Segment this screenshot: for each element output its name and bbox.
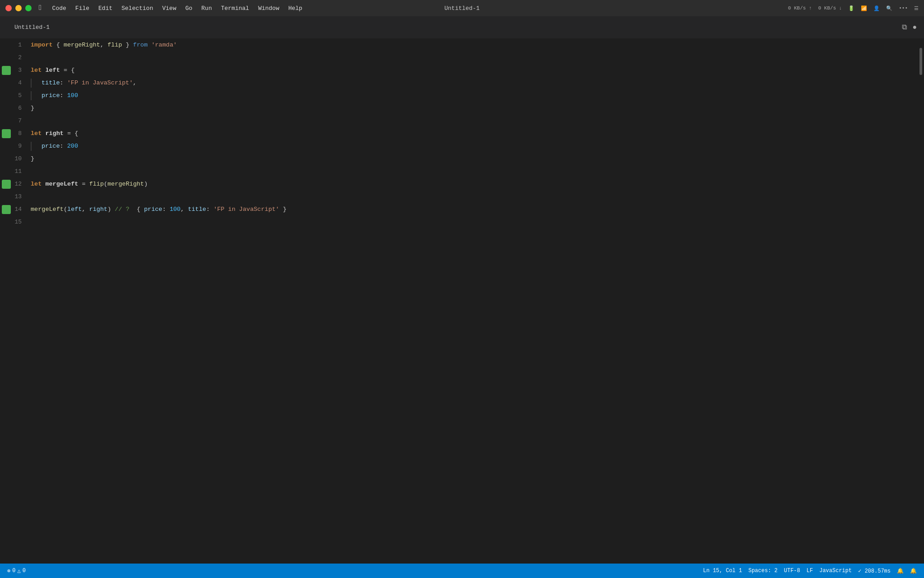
- status-icons: 0 KB/s ↑ 0 KB/s ↓ 🔋 📶 👤 🔍 ••• ☰: [788, 5, 919, 11]
- token-punc: [148, 39, 151, 51]
- token-id-bold-white: mergeLeft: [45, 178, 78, 191]
- gutter: 123456789101112131415: [0, 39, 27, 564]
- token-fn: mergeRight: [107, 178, 144, 191]
- gutter-row: 7: [0, 115, 27, 127]
- warning-icon: △: [17, 568, 20, 574]
- token-punc: ,: [82, 203, 89, 216]
- cursor-position[interactable]: Ln 15, Col 1: [703, 568, 742, 574]
- menu-help[interactable]: Help: [285, 3, 306, 14]
- token-str: 'FP in JavaScript': [213, 203, 279, 216]
- code-line: }: [27, 153, 918, 165]
- token-punc: {: [133, 203, 144, 216]
- token-punc: :: [60, 89, 67, 102]
- tabbar-right: ⧉ ●: [902, 23, 917, 32]
- line-number: 2: [11, 51, 24, 64]
- token-fn: mergeRight: [64, 39, 100, 51]
- token-punc: }: [31, 102, 34, 115]
- token-obj-key: price: [42, 89, 60, 102]
- network-up: 0 KB/s ↑: [788, 5, 812, 11]
- gutter-row: 6: [0, 102, 27, 115]
- code-line: [27, 51, 918, 64]
- token-kw: let: [31, 178, 42, 191]
- menu-code[interactable]: Code: [49, 3, 70, 14]
- token-punc: :: [60, 77, 67, 89]
- token-obj-key: title: [42, 77, 60, 89]
- gutter-row: 8: [0, 127, 27, 140]
- token-kw: import: [31, 39, 53, 51]
- menu-selection[interactable]: Selection: [118, 3, 157, 14]
- code-line: price: 200: [27, 140, 918, 153]
- gutter-row: 4: [0, 77, 27, 89]
- error-icon: ⊗: [7, 568, 10, 574]
- token-punc: [42, 64, 45, 77]
- menu-go[interactable]: Go: [182, 3, 196, 14]
- minimize-button[interactable]: [15, 5, 22, 11]
- split-editor-icon[interactable]: ⧉: [902, 23, 907, 32]
- token-punc: {: [53, 39, 64, 51]
- code-area[interactable]: import { mergeRight, flip } from 'ramda'…: [27, 39, 918, 564]
- close-button[interactable]: [5, 5, 12, 11]
- line-ending[interactable]: LF: [807, 568, 813, 574]
- line-number: 11: [11, 165, 24, 178]
- scrollbar-thumb[interactable]: [919, 48, 922, 75]
- encoding[interactable]: UTF-8: [784, 568, 800, 574]
- titlebar-left:  Code File Edit Selection View Go Run T…: [5, 3, 306, 14]
- token-obj-key: title: [188, 203, 206, 216]
- breakpoint-indicator[interactable]: [2, 180, 11, 189]
- token-comment: // ?: [115, 203, 133, 216]
- code-line: }: [27, 102, 918, 115]
- code-line: [27, 165, 918, 178]
- token-str: 'ramda': [151, 39, 177, 51]
- token-punc: }: [122, 39, 133, 51]
- language[interactable]: JavaScript: [819, 568, 852, 574]
- scrollbar[interactable]: [918, 39, 924, 564]
- menu-bar:  Code File Edit Selection View Go Run T…: [39, 3, 306, 14]
- token-obj-key: price: [144, 203, 162, 216]
- gutter-row: 15: [0, 216, 27, 228]
- traffic-lights: [5, 5, 32, 11]
- menu-terminal[interactable]: Terminal: [217, 3, 253, 14]
- line-number: 7: [11, 115, 24, 127]
- indent-guide: [31, 79, 32, 88]
- line-number: 13: [11, 191, 24, 203]
- tab-untitled[interactable]: Untitled-1: [7, 20, 57, 34]
- menu-view[interactable]: View: [158, 3, 180, 14]
- token-punc: }: [31, 153, 34, 165]
- line-number: 8: [11, 127, 24, 140]
- code-line: title: 'FP in JavaScript',: [27, 77, 918, 89]
- menu-run[interactable]: Run: [198, 3, 215, 14]
- line-number: 10: [11, 153, 24, 165]
- token-str: 'FP in JavaScript': [67, 77, 133, 89]
- menu-list-icon: ☰: [914, 5, 919, 11]
- maximize-button[interactable]: [25, 5, 32, 11]
- code-line: let mergeLeft = flip(mergeRight): [27, 178, 918, 191]
- token-punc: :: [206, 203, 213, 216]
- code-line: [27, 216, 918, 228]
- token-num: 100: [67, 89, 78, 102]
- spaces[interactable]: Spaces: 2: [748, 568, 778, 574]
- gutter-row: 11: [0, 165, 27, 178]
- statusbar: ⊗ 0 △ 0 Ln 15, Col 1 Spaces: 2 UTF-8 LF …: [0, 564, 924, 578]
- breakpoint-indicator[interactable]: [2, 129, 11, 138]
- token-punc: ,: [100, 39, 107, 51]
- menu-edit[interactable]: Edit: [95, 3, 116, 14]
- menu-file[interactable]: File: [72, 3, 93, 14]
- breakpoint-indicator[interactable]: [2, 66, 11, 75]
- gutter-row: 10: [0, 153, 27, 165]
- finder-icon: 🔍: [886, 5, 892, 11]
- token-punc: ,: [133, 77, 137, 89]
- code-line: mergeLeft(left, right) // ? { price: 100…: [27, 203, 918, 216]
- token-punc: :: [162, 203, 170, 216]
- code-line: [27, 191, 918, 203]
- token-fn: flip: [89, 178, 104, 191]
- profile-icon: 👤: [873, 5, 880, 11]
- token-punc: [42, 178, 45, 191]
- error-count[interactable]: ⊗ 0 △ 0: [7, 568, 26, 574]
- token-kw: let: [31, 64, 42, 77]
- line-number: 15: [11, 216, 24, 228]
- line-number: 1: [11, 39, 24, 51]
- token-punc: [42, 127, 45, 140]
- token-id-bold-white: left: [45, 64, 60, 77]
- menu-window[interactable]: Window: [254, 3, 283, 14]
- breakpoint-indicator[interactable]: [2, 205, 11, 214]
